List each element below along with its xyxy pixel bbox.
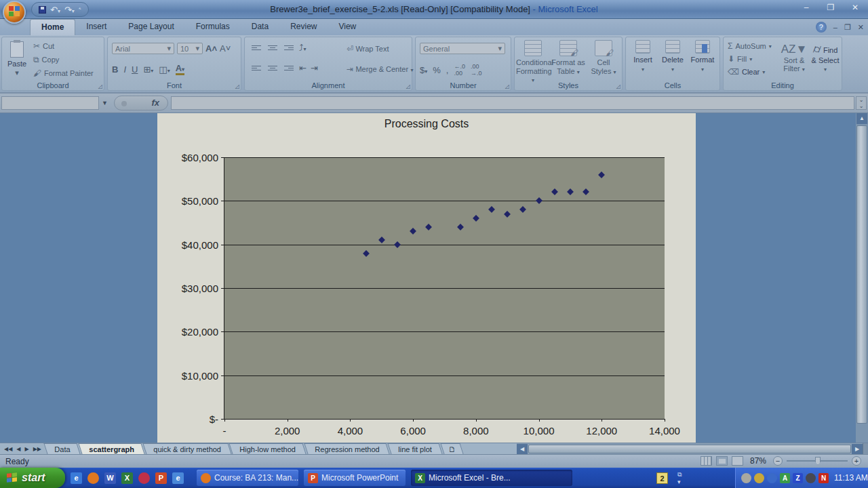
zoom-slider[interactable] <box>787 460 848 462</box>
ribbon-tab-home[interactable]: Home <box>30 19 75 35</box>
access-icon[interactable] <box>138 472 150 484</box>
task-button-microsoft[interactable]: PMicrosoft PowerPoint <box>304 470 406 486</box>
decrease-decimal-button[interactable]: .00→.0 <box>471 63 482 77</box>
align-left-button[interactable] <box>250 64 262 73</box>
align-right-button[interactable] <box>283 64 295 73</box>
sheet-tab-line-fit-plot[interactable]: line fit plot <box>388 443 443 454</box>
sheet-tab-scattergraph[interactable]: scattergraph <box>79 443 145 454</box>
taskbar-overflow-icon[interactable]: ⧉▾ <box>677 471 682 485</box>
format-painter-button[interactable]: 🖌Format Painter <box>33 68 94 78</box>
name-box[interactable] <box>1 96 99 110</box>
ribbon-tab-review[interactable]: Review <box>279 19 328 35</box>
first-sheet-icon[interactable]: ◀◀ <box>3 446 14 452</box>
orientation-button[interactable]: ⤴▾ <box>299 43 307 53</box>
alignment-dialog-launcher-icon[interactable]: ◿ <box>406 83 410 89</box>
norton-icon[interactable]: N <box>818 473 829 483</box>
formula-input[interactable] <box>171 96 854 110</box>
align-center-button[interactable] <box>267 64 279 73</box>
horizontal-scroll-thumb[interactable] <box>528 445 851 453</box>
last-sheet-icon[interactable]: ▶▶ <box>32 446 43 452</box>
autosum-button[interactable]: ΣAutoSum▾ <box>728 41 772 51</box>
decrease-indent-button[interactable]: ⇤ <box>299 63 307 73</box>
insert-function-button[interactable]: fx <box>151 98 159 108</box>
zoom-out-icon[interactable]: − <box>773 456 783 466</box>
font-size-select[interactable]: 10▾ <box>177 43 203 54</box>
tools-icon[interactable] <box>767 473 777 483</box>
bold-button[interactable]: B <box>112 64 118 75</box>
font-dialog-launcher-icon[interactable]: ◿ <box>235 83 239 89</box>
paste-button[interactable]: Paste ▾ <box>5 40 29 79</box>
page-break-view-icon[interactable] <box>732 456 743 466</box>
powerpoint-icon[interactable]: P <box>155 472 167 484</box>
cut-button[interactable]: ✂Cut <box>33 41 94 51</box>
scroll-up-icon[interactable]: ▲ <box>856 113 867 124</box>
zoom-slider-thumb[interactable] <box>815 457 821 465</box>
ribbon-tab-data[interactable]: Data <box>241 19 279 35</box>
ribbon-tab-page-layout[interactable]: Page Layout <box>117 19 184 35</box>
cell-styles-button[interactable]: Cell Styles ▾ <box>587 40 620 75</box>
tab-split-handle[interactable] <box>863 443 868 454</box>
vertical-scrollbar[interactable]: ▲ <box>856 113 868 443</box>
workbook-minimize-button[interactable]: – <box>833 23 837 31</box>
insert-cells-button[interactable]: Insert▾ <box>629 40 657 73</box>
font-color-button[interactable]: A▾ <box>176 63 184 75</box>
font-family-select[interactable]: Arial▾ <box>112 43 174 54</box>
name-box-dropdown-icon[interactable]: ▼ <box>99 96 111 110</box>
workbook-restore-button[interactable]: ❐ <box>844 23 851 32</box>
increase-indent-button[interactable]: ⇥ <box>311 63 318 73</box>
ribbon-tab-insert[interactable]: Insert <box>75 19 117 35</box>
comma-style-button[interactable]: , <box>446 65 449 75</box>
zoom-level[interactable]: 87% <box>750 456 766 466</box>
delete-cells-button[interactable]: Delete▾ <box>658 40 687 73</box>
start-button[interactable]: start <box>0 468 65 488</box>
explorer-icon[interactable]: e <box>172 472 184 484</box>
sheet-tab-data[interactable]: Data <box>43 443 80 454</box>
antivirus-icon[interactable]: A <box>780 473 790 483</box>
align-top-button[interactable] <box>250 43 262 53</box>
underline-button[interactable]: U <box>132 64 138 75</box>
chart-object[interactable]: Processing Costs $-$10,000$20,000$30,000… <box>157 113 696 443</box>
task-button-excel[interactable]: XMicrosoft Excel - Bre... <box>411 470 572 486</box>
worksheet-area[interactable]: Processing Costs $-$10,000$20,000$30,000… <box>0 113 868 443</box>
vertical-scroll-thumb[interactable] <box>856 125 867 424</box>
close-button[interactable]: ✕ <box>846 3 864 13</box>
minimize-button[interactable]: – <box>797 3 815 13</box>
align-middle-button[interactable] <box>267 43 279 53</box>
firefox-icon[interactable] <box>87 472 99 484</box>
increase-decimal-button[interactable]: ←.0.00 <box>454 63 465 77</box>
accounting-format-button[interactable]: $▾ <box>420 65 427 75</box>
sort-filter-button[interactable]: A​Z▼ Sort & Filter ▾ <box>779 43 809 73</box>
align-bottom-button[interactable] <box>283 43 295 53</box>
scroll-right-icon[interactable]: ▶ <box>852 444 863 454</box>
merge-center-button[interactable]: ⇥ Merge & Center ▾ <box>347 64 413 74</box>
expand-formula-bar-icon[interactable]: ⌄⌄ <box>856 96 867 110</box>
zoom-in-icon[interactable]: + <box>852 456 861 466</box>
number-format-select[interactable]: General▾ <box>420 43 505 54</box>
restore-button[interactable]: ❐ <box>822 3 840 13</box>
percent-style-button[interactable]: % <box>433 65 441 75</box>
shield-icon[interactable] <box>754 473 764 483</box>
insert-worksheet-tab[interactable]: 🗋 <box>440 443 463 454</box>
find-select-button[interactable]: ⌭ Find & Select ▾ <box>810 43 840 73</box>
ribbon-tab-formulas[interactable]: Formulas <box>185 19 241 35</box>
excel-icon[interactable]: X <box>121 472 133 484</box>
number-dialog-launcher-icon[interactable]: ◿ <box>505 83 509 89</box>
messenger-icon[interactable] <box>741 473 751 483</box>
fill-button[interactable]: ⬇Fill▾ <box>728 54 772 64</box>
copy-button[interactable]: ⧉Copy <box>33 55 94 64</box>
fill-color-button[interactable]: ◫▾ <box>159 64 170 75</box>
horizontal-scrollbar[interactable]: ◀ ▶ <box>517 443 863 454</box>
format-cells-button[interactable]: Format▾ <box>688 40 717 73</box>
scroll-left-icon[interactable]: ◀ <box>517 444 528 454</box>
ribbon-tab-view[interactable]: View <box>328 19 367 35</box>
italic-button[interactable]: I <box>123 64 126 75</box>
sheet-tab-regression-method[interactable]: Regression method <box>304 443 390 454</box>
office-button[interactable] <box>3 1 26 24</box>
language-bar-icon[interactable]: 2 <box>656 472 668 484</box>
styles-dialog-launcher-icon[interactable]: ◿ <box>616 83 620 89</box>
next-sheet-icon[interactable]: ▶ <box>23 446 30 452</box>
format-as-table-button[interactable]: Format as Table ▾ <box>551 40 585 75</box>
volume-icon[interactable] <box>806 473 816 483</box>
page-layout-view-icon[interactable] <box>716 456 728 466</box>
grow-font-button[interactable]: A˄ <box>205 43 217 54</box>
